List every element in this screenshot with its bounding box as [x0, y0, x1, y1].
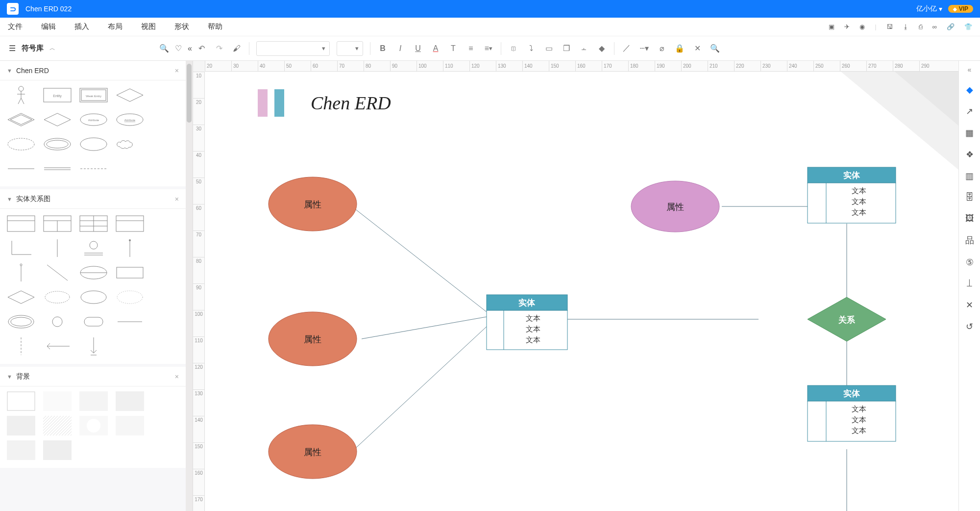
chevron-up-icon[interactable]: ︿ — [49, 44, 55, 52]
format-painter-button[interactable]: 🖌 — [231, 44, 242, 53]
entity-table[interactable]: 实体 文本 文本 文本 — [808, 385, 896, 441]
shuffle-icon[interactable]: ✕ — [966, 300, 973, 310]
attribute-node-pink[interactable]: 属性 — [631, 181, 719, 232]
shape-ellipse-split[interactable] — [78, 263, 109, 282]
attribute-node[interactable]: 属性 — [269, 177, 357, 231]
left-scrollbar[interactable] — [186, 61, 193, 511]
number-icon[interactable]: ⑤ — [966, 257, 974, 268]
shape-relationship[interactable] — [115, 85, 145, 105]
bg-swatch[interactable] — [115, 416, 145, 435]
sitemap-icon[interactable]: 品 — [965, 234, 974, 246]
save-icon[interactable]: 🖫 — [886, 23, 893, 30]
shape-multivalued-attribute[interactable] — [42, 134, 73, 154]
redo-button[interactable]: ↷ — [214, 44, 224, 53]
bold-button[interactable]: B — [377, 44, 388, 53]
entity-table[interactable]: 实体 文本 文本 文本 — [808, 167, 896, 223]
shape-line-double[interactable] — [42, 159, 73, 179]
shape-cloud[interactable] — [115, 134, 145, 154]
fit-icon[interactable]: ▣ — [829, 23, 834, 30]
shape-weak-entity[interactable]: Weak Entity — [78, 85, 109, 105]
shape-vline-dot2[interactable] — [6, 263, 36, 282]
layers-icon[interactable]: ❖ — [966, 149, 974, 160]
search-icon[interactable]: 🔍 — [159, 44, 169, 53]
bg-swatch[interactable] — [78, 416, 109, 435]
user-menu[interactable]: 亿小亿 ▾ — [916, 4, 942, 13]
shape-weak-relationship[interactable] — [6, 110, 36, 129]
shape-relationship-diamond[interactable] — [42, 110, 73, 129]
shape-hline[interactable] — [115, 312, 145, 332]
attribute-node[interactable]: 属性 — [269, 312, 357, 366]
tools-button[interactable]: ✕ — [692, 44, 703, 53]
shape-attribute-ellipse[interactable] — [78, 134, 109, 154]
bg-swatch[interactable] — [6, 391, 36, 411]
shape-diamond[interactable] — [6, 287, 36, 307]
send-icon[interactable]: ✈ — [844, 23, 850, 30]
canvas[interactable]: Chen ERD 属性 属性 — [205, 72, 958, 511]
bg-swatch[interactable] — [42, 416, 73, 435]
bg-swatch[interactable] — [6, 416, 36, 435]
shape-line-dashed[interactable] — [78, 159, 109, 179]
history-icon[interactable]: ↺ — [966, 321, 973, 332]
font-select[interactable]: ▾ — [256, 41, 330, 56]
shape-arrow-down[interactable] — [78, 336, 109, 356]
line-style-button[interactable]: ／ — [621, 43, 632, 53]
image-icon[interactable]: 🖼 — [965, 213, 974, 224]
shape-ellipse-dots[interactable] — [115, 287, 145, 307]
shape-ellipse-double[interactable] — [6, 312, 36, 332]
align-objects-button[interactable]: ⫠ — [579, 44, 589, 53]
container-button[interactable]: ▭ — [543, 44, 554, 53]
shape-corner[interactable] — [6, 238, 36, 258]
play-icon[interactable]: ◉ — [859, 23, 865, 30]
layers-button[interactable]: ❐ — [561, 44, 572, 53]
heart-icon[interactable]: ♡ — [175, 44, 182, 53]
export-icon[interactable]: ↗ — [966, 106, 973, 117]
shape-attribute[interactable]: Attribute — [78, 110, 109, 129]
database-icon[interactable]: 🗄 — [965, 192, 974, 203]
close-icon[interactable]: × — [175, 67, 179, 75]
bg-swatch[interactable] — [78, 391, 109, 411]
shape-stadium[interactable] — [78, 312, 109, 332]
shape-key-attribute[interactable]: Attribute — [115, 110, 145, 129]
menu-layout[interactable]: 布局 — [108, 22, 122, 31]
theme-icon[interactable]: ◆ — [966, 84, 973, 95]
menu-insert[interactable]: 插入 — [74, 22, 89, 31]
vip-badge[interactable]: VIP — [948, 5, 973, 13]
download-icon[interactable]: ⭳ — [903, 23, 909, 30]
clear-format-button[interactable]: ⌀ — [657, 44, 667, 53]
shape-person[interactable] — [6, 85, 36, 105]
text-highlight-button[interactable]: T — [448, 44, 459, 53]
section-header-chen[interactable]: ▼ Chen ERD × — [0, 61, 186, 80]
shape-rect[interactable] — [115, 263, 145, 282]
connector-button[interactable]: ⤵ — [526, 44, 537, 53]
present-icon[interactable]: ▥ — [965, 171, 974, 181]
text-color-button[interactable]: A — [430, 44, 441, 53]
line-dash-button[interactable]: ┄▾ — [639, 44, 650, 53]
shape-circle-line[interactable] — [78, 238, 109, 258]
attribute-node[interactable]: 属性 — [269, 425, 357, 479]
shape-dotted-ellipse[interactable] — [42, 287, 73, 307]
lock-button[interactable]: 🔒 — [674, 44, 685, 53]
shape-entity[interactable]: Entity — [42, 85, 73, 105]
relationship-node[interactable]: 关系 — [808, 297, 886, 341]
fill-button[interactable]: ◆ — [596, 44, 607, 53]
menu-edit[interactable]: 编辑 — [41, 22, 56, 31]
menu-file[interactable]: 文件 — [8, 22, 23, 31]
align-button[interactable]: ≡ — [466, 44, 476, 53]
shape-table3[interactable] — [78, 214, 109, 233]
shape-table1[interactable] — [6, 214, 36, 233]
bg-swatch[interactable] — [6, 440, 36, 460]
section-header-bg[interactable]: ▼ 背景 × — [0, 367, 186, 386]
close-icon[interactable]: × — [175, 373, 179, 381]
shape-table4[interactable] — [115, 214, 145, 233]
shape-table2[interactable] — [42, 214, 73, 233]
bg-swatch[interactable] — [42, 440, 73, 460]
collapse-left-icon[interactable]: « — [188, 44, 192, 53]
print-icon[interactable]: ⎙ — [919, 23, 923, 30]
bg-swatch[interactable] — [42, 391, 73, 411]
shape-arrow-left[interactable] — [42, 336, 73, 356]
shape-circle[interactable] — [42, 312, 73, 332]
menu-view[interactable]: 视图 — [141, 22, 156, 31]
italic-button[interactable]: I — [395, 44, 406, 53]
app-logo[interactable]: ⊃ — [7, 3, 19, 15]
collapse-right-icon[interactable]: « — [968, 66, 972, 74]
